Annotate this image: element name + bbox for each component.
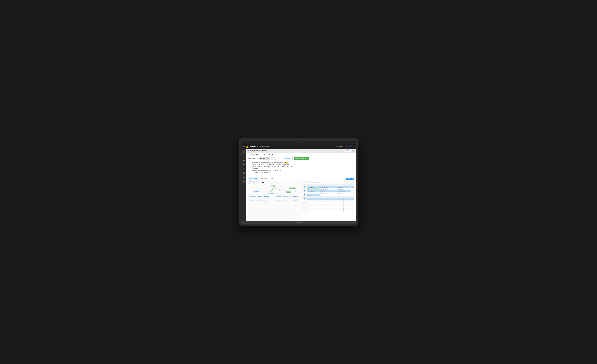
table-row: false Scanned NormalSale 67811256877 [302, 200, 354, 202]
org-selector[interactable]: Informatica ▾ [336, 145, 345, 147]
svg-line-11 [264, 198, 265, 200]
flag-icon[interactable]: ⚑ [346, 145, 348, 147]
zoom-out-button[interactable]: 🔍- [252, 181, 255, 183]
sidebar-item-docs2[interactable]: ▤ [242, 175, 246, 179]
sidebar-item-data[interactable]: ⬡ [242, 180, 246, 183]
cell-t6-itemtype: NormalSale [337, 210, 351, 212]
itemtaxplan-header: ItemTaxPlan [337, 190, 351, 192]
graph-node-entrymethod[interactable]: EntryMethod [276, 200, 282, 201]
save-button[interactable]: Save [345, 150, 351, 152]
section-header: ▶ Intelligent Structure Model Details [248, 154, 354, 156]
xml-line-1: ▾<Membership EntryMethod="Scanned" NewSi… [250, 162, 352, 164]
empty-cell4 [351, 194, 354, 196]
graph-node-rewards[interactable]: Rewards [286, 191, 291, 193]
display-by-label: Display by: [303, 182, 309, 183]
graph-node-poslog[interactable]: POSLog [271, 185, 275, 187]
data-table-panel[interactable]: Display by: Output groups Input groups A… [302, 180, 354, 221]
model-toolbar: 🔍+ 🔍- ⊡ ↺ 📷 [248, 180, 302, 184]
svg-line-0 [269, 188, 274, 193]
visual-model-container: 🔍+ 🔍- ⊡ ↺ 📷 [248, 180, 354, 221]
camera-indicator [298, 142, 299, 143]
table-close-button[interactable]: ✕ [352, 178, 354, 180]
graph-node-poslogs[interactable]: POSLogs [251, 196, 256, 197]
sidebar-item-analytics[interactable]: ◉ [242, 163, 246, 166]
graph-node-quantity[interactable]: Quantity [257, 196, 262, 197]
table-row: 1 false Sales [302, 192, 354, 194]
table-row: false Scanned NormalSale 7800000038 [302, 204, 354, 206]
cell-t4-voided: false [307, 206, 320, 208]
hamburger-menu-icon[interactable]: ☰ [243, 145, 245, 147]
xml-preview-panel: ▾<Membership EntryMethod="Scanned" NewSi… [248, 161, 354, 174]
cell-t6-voided: false [307, 210, 320, 212]
fit-button[interactable]: ⊡ [256, 181, 258, 183]
sidebar-item-folder[interactable]: ▦ [242, 158, 246, 162]
col-b: B [307, 184, 320, 186]
entrymethod-header: EntryMethod1 [320, 198, 337, 200]
graph-node-typecode[interactable]: TypeCode [276, 196, 282, 197]
graph-connections [248, 184, 302, 219]
sidebar-item-docs1[interactable]: ▤ [242, 171, 246, 175]
svg-line-8 [289, 193, 291, 197]
zoom-in-button[interactable]: 🔍+ [249, 181, 252, 183]
svg-line-13 [285, 198, 287, 200]
table-button[interactable]: Table [346, 178, 352, 180]
display-by-select[interactable]: Output groups Input groups All [310, 181, 322, 183]
graph-node-dynamic[interactable]: DynamicMod [263, 196, 270, 197]
user-icon[interactable]: 👤 [349, 145, 352, 147]
graph-node-rewardplan[interactable]: RewardPlan [292, 196, 298, 197]
sidebar-item-home[interactable]: ⌂ [242, 154, 246, 158]
cell-t4-posid: 2840004381 [351, 206, 354, 208]
help-icon[interactable]: ? [353, 145, 354, 147]
xml-line-3: <MembershipType TypeCode="Business" > 2 … [250, 166, 352, 168]
graph-node-typecode3[interactable]: TypeCode [263, 200, 268, 201]
cell-t3-posid: 7800000038 [351, 204, 354, 206]
window-title-bar: ISD_Retail_POS_Events Save × [246, 149, 356, 153]
graph-node-transaction[interactable]: Transaction [253, 190, 259, 192]
tab-xml-data[interactable]: XML Data [259, 177, 269, 180]
graph-node-typecode2[interactable]: TypeCode [251, 200, 255, 201]
table-row: false Scanned NormalSale 7046201232 [302, 210, 354, 212]
empty-cell3 [337, 194, 351, 196]
section-expand-icon[interactable]: ▶ [248, 154, 249, 156]
top-navigation: ☰ Informatica Data Integration ▾ Informa… [241, 144, 356, 149]
col-membershiptype-header: MembershipType [351, 186, 354, 188]
itemtype-header: ItemType1 [337, 198, 351, 200]
close-button[interactable]: × [352, 150, 354, 152]
col-spacer [302, 184, 307, 186]
graph-node-lineitems[interactable]: LineItem [270, 193, 275, 194]
screenshot-button[interactable]: 📷 [262, 181, 265, 183]
main-content: ▶ Intelligent Structure Model Details Sa… [246, 153, 356, 221]
window-title: ISD_Retail_POS_Events [251, 150, 344, 152]
cell-membership-type-val: 2 [351, 188, 354, 190]
graph-node-pricingdata[interactable]: PricingData [283, 196, 289, 197]
cell-t1-itemtype: NormalSale [337, 200, 351, 202]
brand-logo-icon [246, 145, 249, 148]
model-canvas[interactable]: POSLog Transaction Membership POSLogs Qu… [248, 184, 302, 219]
col-membershipnu-header: MembershipNu... [320, 186, 337, 188]
graph-node-pricingdata2[interactable]: PricingData [257, 200, 262, 201]
xml-line-5: ▾<RewardEarned RewardType="Executive" > [250, 170, 352, 171]
sample-file-row: Sample File 📄 Update Sample Discover Str… [248, 157, 354, 160]
file-browse-button[interactable]: 📄 [277, 157, 280, 160]
update-sample-button[interactable]: Update Sample [281, 157, 293, 160]
sidebar-item-grid[interactable]: ⊞ [242, 150, 246, 153]
sample-file-input[interactable] [259, 157, 276, 160]
tab-visual-model[interactable]: Visual Model [248, 177, 259, 180]
cell-t6-posid: 7046201232 [351, 210, 354, 212]
col-e: E [351, 184, 354, 186]
col-newsignup-header: NewSignup [307, 186, 320, 188]
table-row: Transaction [302, 196, 354, 198]
tab-find[interactable]: Find [269, 177, 275, 180]
inclusive-header: Inclusive [320, 190, 337, 192]
svg-line-14 [289, 198, 291, 200]
graph-node-rewardtype[interactable]: RewardType [292, 200, 298, 201]
table-row: NewSignup MembershipNu... TypeCode Membe… [302, 186, 354, 188]
graph-node-membership[interactable]: Membership [289, 188, 296, 189]
discover-structure-button[interactable]: Discover Structure [294, 157, 309, 160]
sidebar-item-alert[interactable]: ⚠ [242, 167, 246, 171]
empty-cell [351, 190, 354, 192]
refresh-button[interactable]: ↺ [259, 181, 261, 183]
col-typecode-header: TypeCode [337, 186, 351, 188]
visual-model-panel: 🔍+ 🔍- ⊡ ↺ 📷 [248, 180, 302, 221]
graph-node-itemtype[interactable]: ItemType [283, 200, 287, 201]
